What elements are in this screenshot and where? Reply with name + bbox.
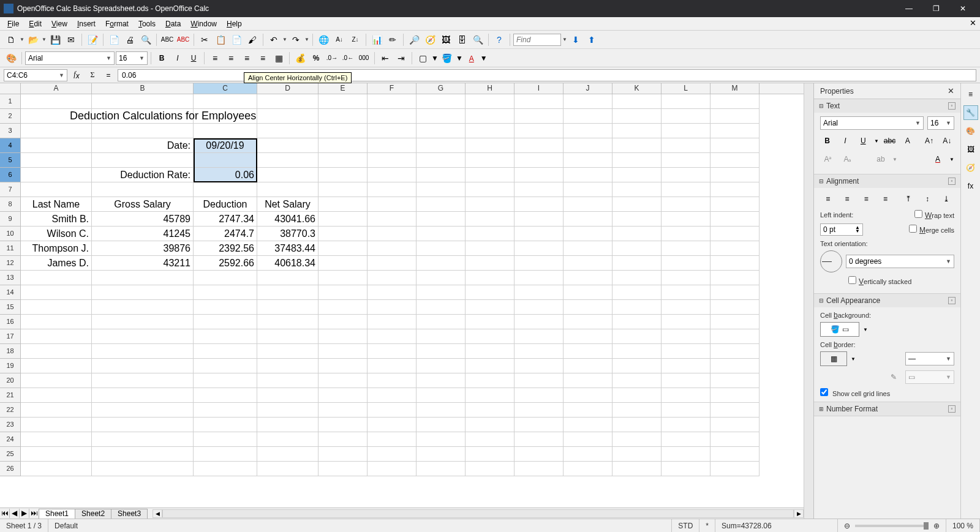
vertical-scrollbar[interactable]	[804, 83, 813, 519]
maximize-button[interactable]: ❐	[922, 0, 949, 17]
row-16[interactable]: 16	[0, 315, 804, 329]
merge-cells-checkbox[interactable]: Merge cells	[909, 225, 954, 234]
italic-button[interactable]: I	[170, 51, 185, 66]
paste-button[interactable]: 📄	[229, 32, 244, 47]
sheet-tab-2[interactable]: Sheet2	[75, 509, 111, 519]
menu-insert[interactable]: Insert	[72, 18, 100, 29]
col-header-C[interactable]: C	[194, 83, 257, 94]
find-input[interactable]	[513, 34, 561, 46]
col-header-G[interactable]: G	[417, 83, 466, 94]
row-header-12[interactable]: 12	[0, 256, 21, 271]
row-4[interactable]: 4Date:09/20/19	[0, 138, 804, 153]
font-size-select[interactable]: 16▼	[116, 51, 148, 65]
row-12[interactable]: 12James D.432112592.6640618.34	[0, 256, 804, 271]
row-header-13[interactable]: 13	[0, 271, 21, 285]
underline-button[interactable]: U	[186, 51, 201, 66]
new-dropdown[interactable]: ▼	[20, 37, 24, 42]
numfmt-more-icon[interactable]: ▫	[948, 405, 956, 413]
row-header-16[interactable]: 16	[0, 315, 21, 329]
row-22[interactable]: 22	[0, 403, 804, 418]
row-header-14[interactable]: 14	[0, 285, 21, 300]
row-header-2[interactable]: 2	[0, 109, 21, 124]
minimize-button[interactable]: —	[895, 0, 922, 17]
menu-edit[interactable]: Edit	[24, 18, 47, 29]
panel-font-size-select[interactable]: 16▼	[927, 116, 954, 130]
percent-button[interactable]: %	[309, 51, 323, 66]
copy-button[interactable]: 📋	[213, 32, 228, 47]
row-header-7[interactable]: 7	[0, 182, 21, 197]
orientation-degrees-select[interactable]: 0 degrees▼	[846, 255, 954, 268]
row-header-4[interactable]: 4	[0, 138, 21, 153]
menu-window[interactable]: Window	[186, 18, 222, 29]
col-header-D[interactable]: D	[257, 83, 318, 94]
row-3[interactable]: 3	[0, 124, 804, 138]
format-paintbrush-button[interactable]: 🖌	[245, 32, 260, 47]
row-17[interactable]: 17	[0, 329, 804, 344]
email-button[interactable]: ✉	[64, 32, 78, 47]
col-header-J[interactable]: J	[564, 83, 612, 94]
row-header-11[interactable]: 11	[0, 241, 21, 256]
sheet-tab-3[interactable]: Sheet3	[111, 509, 148, 519]
row-header-9[interactable]: 9	[0, 212, 21, 227]
vertically-stacked-checkbox[interactable]: Vertically stacked	[848, 276, 911, 286]
gallery-button[interactable]: 🖼	[439, 32, 453, 47]
cell-border-picker[interactable]: ▦	[820, 351, 847, 366]
align-justify-button[interactable]: ≡	[255, 51, 270, 66]
print-preview-button[interactable]: 🔍	[138, 32, 153, 47]
zoom-button[interactable]: 🔍	[470, 32, 485, 47]
decrease-indent-button[interactable]: ⇤	[378, 51, 393, 66]
sidebar-gallery-icon[interactable]: 🖼	[963, 142, 978, 157]
panel-font-color-button[interactable]: A	[930, 152, 946, 167]
cellapp-more-icon[interactable]: ▫	[948, 297, 956, 304]
find-dropdown[interactable]: ▼	[562, 37, 567, 42]
tab-prev-button[interactable]: ◀	[10, 509, 20, 518]
find-replace-button[interactable]: 🔎	[407, 32, 421, 47]
panel-italic-button[interactable]: I	[838, 133, 852, 148]
panel-shrink-font-button[interactable]: A↓	[940, 133, 954, 148]
row-18[interactable]: 18	[0, 344, 804, 359]
row-6[interactable]: 6Deduction Rate:0.06	[0, 168, 804, 182]
cut-button[interactable]: ✂	[197, 32, 212, 47]
row-header-24[interactable]: 24	[0, 432, 21, 447]
panel-align-center-button[interactable]: ≡	[839, 192, 854, 206]
row-1[interactable]: 1	[0, 94, 804, 109]
row-20[interactable]: 20	[0, 373, 804, 388]
align-right-button[interactable]: ≡	[239, 51, 254, 66]
row-header-18[interactable]: 18	[0, 344, 21, 359]
section-text[interactable]: ⊟Text▫	[814, 99, 960, 113]
panel-shadow-button[interactable]: A	[900, 133, 914, 148]
panel-super-button[interactable]: Aᵃ	[820, 152, 836, 167]
row-header-26[interactable]: 26	[0, 462, 21, 476]
status-sum[interactable]: Sum=43728.06	[715, 519, 838, 532]
row-25[interactable]: 25	[0, 447, 804, 462]
open-button[interactable]: 📂	[26, 32, 40, 47]
open-dropdown[interactable]: ▼	[42, 37, 47, 42]
background-color-button[interactable]: 🪣	[440, 51, 454, 66]
sort-asc-button[interactable]: A↓	[332, 32, 347, 47]
data-sources-button[interactable]: 🗄	[454, 32, 469, 47]
status-mode[interactable]: STD	[672, 519, 699, 532]
font-color-button[interactable]: A	[464, 51, 479, 66]
tab-first-button[interactable]: ⏮	[0, 509, 10, 518]
align-center-button[interactable]: ≡	[224, 51, 238, 66]
indent-spinner[interactable]: 0 pt▲▼	[820, 223, 863, 236]
properties-close-button[interactable]: ✕	[948, 86, 954, 96]
row-header-22[interactable]: 22	[0, 403, 21, 418]
section-alignment[interactable]: ⊟Alignment▫	[814, 174, 960, 188]
row-13[interactable]: 13	[0, 271, 804, 285]
row-23[interactable]: 23	[0, 418, 804, 432]
menu-file[interactable]: File	[2, 18, 24, 29]
close-document-button[interactable]: ✕	[970, 18, 976, 28]
menu-format[interactable]: Format	[100, 18, 134, 29]
save-button[interactable]: 💾	[48, 32, 62, 47]
menu-tools[interactable]: Tools	[134, 18, 160, 29]
row-8[interactable]: 8Last NameGross SalaryDeductionNet Salar…	[0, 197, 804, 212]
row-7[interactable]: 7	[0, 182, 804, 197]
sidebar-functions-icon[interactable]: fx	[963, 179, 978, 193]
row-header-23[interactable]: 23	[0, 418, 21, 432]
menu-data[interactable]: Data	[160, 18, 186, 29]
remove-decimal-button[interactable]: .0←	[341, 51, 355, 66]
show-gridlines-checkbox[interactable]: Show cell grid lines	[820, 390, 890, 397]
panel-valign-bottom-button[interactable]: ⤓	[939, 192, 954, 206]
row-header-3[interactable]: 3	[0, 124, 21, 138]
